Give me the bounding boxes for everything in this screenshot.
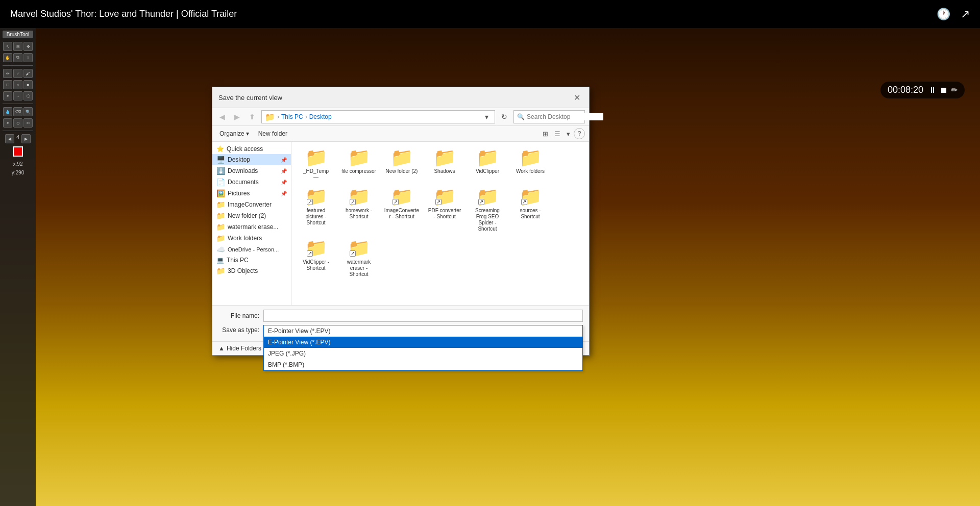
copy-tool[interactable]: ⧉ <box>13 53 22 62</box>
size-down[interactable]: ◀ <box>5 134 14 143</box>
nav-downloads-label: Downloads <box>228 167 258 174</box>
nav-desktop[interactable]: 🖥️ Desktop 📌 <box>212 154 291 165</box>
up-button[interactable]: ⬆ <box>246 111 258 122</box>
nav-documents[interactable]: 📄 Documents 📌 <box>212 176 291 188</box>
this-pc-header[interactable]: 💻 This PC <box>212 255 291 265</box>
line-tool[interactable]: ⟋ <box>13 69 22 78</box>
fill-tool[interactable]: ■ <box>23 80 33 89</box>
nav-watermark[interactable]: 📁 watermark erase... <box>212 221 291 233</box>
save-type-option-bmp[interactable]: BMP (*.BMP) <box>264 359 582 370</box>
documents-icon: 📄 <box>216 178 225 186</box>
top-bar: Marvel Studios' Thor: Love and Thunder |… <box>0 0 980 28</box>
save-dialog: Save the current view ✕ ◀ ▶ ⬆ 📁 › This P… <box>212 87 590 356</box>
magic-tool[interactable]: ✦ <box>3 118 12 128</box>
file-compressor[interactable]: 📁 file compressor <box>338 146 379 183</box>
nav-downloads[interactable]: ⬇️ Downloads 📌 <box>212 165 291 176</box>
zoom-tool[interactable]: 🔍 <box>23 107 33 116</box>
eyedrop-tool[interactable]: 💧 <box>3 107 12 116</box>
stop-button[interactable]: ⏹ <box>940 86 948 95</box>
new-folder-button[interactable]: New folder <box>254 129 291 139</box>
save-type-option-epv-selected[interactable]: E-Pointer View (*.EPV) <box>264 337 582 348</box>
path-this-pc[interactable]: This PC <box>281 113 303 120</box>
file-hd-temp[interactable]: 📁 _HD_Temp— <box>296 146 336 183</box>
rect-tool[interactable]: □ <box>3 80 12 89</box>
file-name-input[interactable] <box>263 310 583 322</box>
grid-tool[interactable]: ⊞ <box>13 42 22 51</box>
dialog-close-button[interactable]: ✕ <box>571 91 583 104</box>
file-work-folders[interactable]: 📁 Work folders <box>510 146 551 183</box>
dialog-titlebar: Save the current view ✕ <box>212 87 589 108</box>
share-icon[interactable]: ↗ <box>961 8 970 21</box>
move-tool[interactable]: ✥ <box>23 42 33 51</box>
refresh-button[interactable]: ↻ <box>498 111 510 122</box>
file-pdf-conv[interactable]: 📁↗ PDF converter - Shortcut <box>424 185 465 235</box>
pause-button[interactable]: ⏸ <box>928 86 937 95</box>
left-toolbar: BrushTool ↖ ⊞ ✥ ✋ ⧉ T ✏ ⟋ 🖌 □ ○ ■ ✦ → ⬡ … <box>0 28 36 506</box>
path-dropdown-btn[interactable]: ▾ <box>482 111 492 122</box>
select-tool[interactable]: ↖ <box>3 42 12 51</box>
onedrive-icon: ☁️ <box>216 245 225 254</box>
file-watermark-short[interactable]: 📁↗ watermark eraser - Shortcut <box>338 237 379 280</box>
eraser-tool[interactable]: ⌫ <box>13 107 22 116</box>
circle-tool[interactable]: ○ <box>13 80 22 89</box>
history-icon[interactable]: 🕐 <box>937 8 950 21</box>
save-type-container: E-Pointer View (*.EPV) ▾ E-Pointer View … <box>263 325 583 337</box>
nav-pictures[interactable]: 🖼️ Pictures 📌 <box>212 188 291 199</box>
help-button[interactable]: ? <box>574 128 585 139</box>
file-new-folder-2[interactable]: 📁 New folder (2) <box>381 146 422 183</box>
forward-button[interactable]: ▶ <box>231 111 243 122</box>
back-button[interactable]: ◀ <box>216 111 228 122</box>
hand-tool[interactable]: ✋ <box>3 53 12 62</box>
file-imageconv[interactable]: 📁↗ ImageConverter - Shortcut <box>381 185 422 235</box>
brush-tool[interactable]: 🖌 <box>23 69 33 78</box>
page-title: Marvel Studios' Thor: Love and Thunder |… <box>10 9 237 19</box>
toolbar-row-5: ✦ → ⬡ <box>3 91 33 100</box>
folder-icon-2: 📁 <box>216 212 225 220</box>
crop-tool[interactable]: ✄ <box>23 118 33 128</box>
file-sources[interactable]: 📁↗ sources - Shortcut <box>510 185 551 235</box>
nav-desktop-label: Desktop <box>228 156 250 163</box>
nav-3d-label: 3D Objects <box>228 267 258 274</box>
pen-tool[interactable]: ✏ <box>3 69 12 78</box>
nav-onedrive-label: OneDrive - Person... <box>228 246 279 252</box>
color-picker[interactable] <box>13 146 23 157</box>
text-tool[interactable]: T <box>23 53 33 62</box>
path-desktop[interactable]: Desktop <box>309 113 332 120</box>
nav-work-folders-label: Work folders <box>228 235 262 242</box>
nav-new-folder[interactable]: 📁 New folder (2) <box>212 210 291 221</box>
timer-controls: ⏸ ⏹ ✏ <box>928 85 958 95</box>
file-featured-pics[interactable]: 📁↗ featured pictures - Shortcut <box>296 185 336 235</box>
quick-access-header[interactable]: ⭐ Quick access <box>212 144 291 154</box>
file-shadows[interactable]: 📁 Shadows <box>424 146 465 183</box>
file-screaming-frog[interactable]: 📁↗ Screaming Frog SEO Spider - Shortcut <box>467 185 508 235</box>
pin-icon-3: 📌 <box>281 180 287 185</box>
arrow-tool[interactable]: → <box>13 91 22 100</box>
desktop-icon: 🖥️ <box>216 156 225 164</box>
pin-icon-2: 📌 <box>281 168 287 174</box>
dialog-nav-toolbar: ◀ ▶ ⬆ 📁 › This PC › Desktop ▾ ↻ 🔍 <box>212 108 589 126</box>
polygon-tool[interactable]: ⬡ <box>23 91 33 100</box>
nav-onedrive[interactable]: ☁️ OneDrive - Person... <box>212 244 291 255</box>
nav-new-folder-label: New folder (2) <box>228 212 266 219</box>
search-input[interactable] <box>527 113 603 120</box>
hide-folders-label: Hide Folders <box>227 345 261 352</box>
divider-3 <box>3 131 33 131</box>
nav-3d-objects[interactable]: 📁 3D Objects <box>212 265 291 276</box>
nav-work-folders[interactable]: 📁 Work folders <box>212 233 291 244</box>
size-up[interactable]: ▶ <box>21 134 31 143</box>
hide-folders-button[interactable]: ▲ Hide Folders <box>218 345 261 352</box>
nav-imageconverter[interactable]: 📁 ImageConverter <box>212 199 291 210</box>
organize-button[interactable]: Organize ▾ <box>216 129 252 139</box>
file-vidclipper-short[interactable]: 📁↗ VidClipper - Shortcut <box>296 237 336 280</box>
view-dropdown-btn[interactable]: ▾ <box>564 129 573 139</box>
file-vidclipper[interactable]: 📁 VidClipper <box>467 146 508 183</box>
save-type-option-jpg[interactable]: JPEG (*.JPG) <box>264 348 582 359</box>
lasso-tool[interactable]: ⊙ <box>13 118 22 128</box>
star-tool[interactable]: ✦ <box>3 91 12 100</box>
view-icons-btn[interactable]: ⊞ <box>540 129 551 139</box>
record-button[interactable]: ✏ <box>951 85 958 95</box>
save-type-option-epv[interactable]: E-Pointer View (*.EPV) <box>264 325 582 337</box>
view-details-btn[interactable]: ☰ <box>552 129 563 139</box>
file-homework[interactable]: 📁↗ homework - Shortcut <box>338 185 379 235</box>
dialog-body: ⭐ Quick access 🖥️ Desktop 📌 ⬇️ Downloads… <box>212 142 589 305</box>
